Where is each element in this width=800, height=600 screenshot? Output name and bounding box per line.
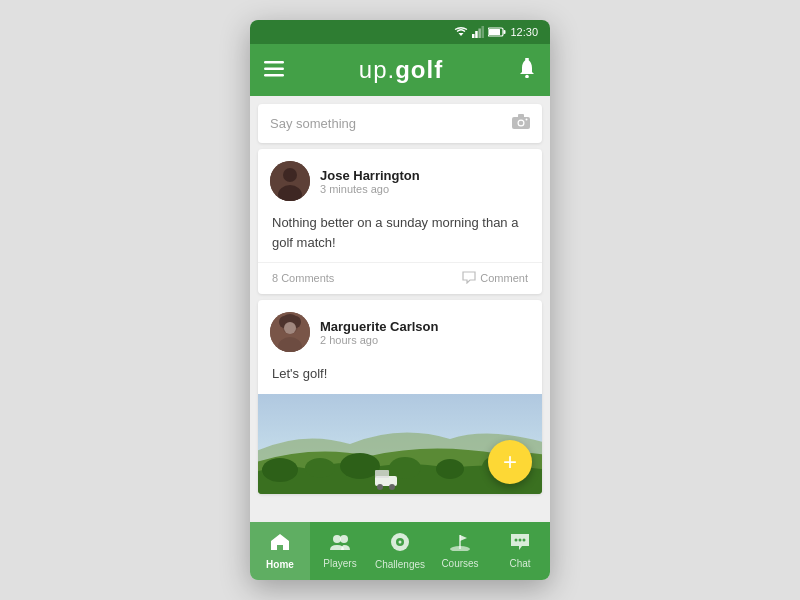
svg-point-31 bbox=[340, 453, 380, 479]
post-user-info: Jose Harrington 3 minutes ago bbox=[320, 168, 420, 195]
golf-image: + bbox=[258, 394, 542, 494]
courses-icon bbox=[449, 533, 471, 556]
svg-rect-3 bbox=[479, 29, 482, 39]
post-header-2: Marguerite Carlson 2 hours ago bbox=[258, 300, 542, 360]
svg-marker-0 bbox=[459, 33, 464, 36]
status-bar: 12:30 bbox=[250, 20, 550, 44]
svg-rect-1 bbox=[472, 34, 475, 38]
chat-svg-icon bbox=[510, 533, 530, 551]
players-icon bbox=[329, 533, 351, 556]
svg-point-39 bbox=[333, 535, 341, 543]
challenges-icon bbox=[390, 532, 410, 557]
players-svg-icon bbox=[329, 533, 351, 551]
user-avatar-2-svg bbox=[270, 312, 310, 352]
content-area: Say something bbox=[250, 96, 550, 522]
notification-bell-icon bbox=[518, 58, 536, 78]
comment-icon bbox=[462, 271, 476, 284]
svg-point-36 bbox=[377, 484, 383, 490]
nav-item-courses[interactable]: Courses bbox=[430, 522, 490, 580]
nav-label-chat: Chat bbox=[509, 558, 530, 569]
nav-item-chat[interactable]: Chat bbox=[490, 522, 550, 580]
comment-button[interactable]: Comment bbox=[462, 271, 528, 284]
home-svg-icon bbox=[270, 532, 290, 552]
svg-point-48 bbox=[519, 539, 522, 542]
svg-rect-12 bbox=[525, 58, 529, 60]
post-input-bar[interactable]: Say something bbox=[258, 104, 542, 143]
logo-bold: golf bbox=[395, 56, 443, 83]
svg-point-40 bbox=[340, 535, 348, 543]
user-avatar-svg bbox=[270, 161, 310, 201]
bell-icon[interactable] bbox=[518, 58, 536, 83]
post-body-2: Let's golf! bbox=[258, 360, 542, 394]
svg-point-30 bbox=[305, 458, 335, 478]
signal-icon bbox=[472, 26, 484, 38]
fab-button[interactable]: + bbox=[488, 440, 532, 484]
post-time-2: 2 hours ago bbox=[320, 334, 438, 346]
challenges-svg-icon bbox=[390, 532, 410, 552]
comments-count[interactable]: 8 Comments bbox=[272, 272, 334, 284]
courses-svg-icon bbox=[449, 533, 471, 551]
svg-rect-10 bbox=[264, 74, 284, 77]
post-body: Nothing better on a sunday morning than … bbox=[258, 209, 542, 262]
nav-label-players: Players bbox=[323, 558, 356, 569]
svg-marker-45 bbox=[460, 535, 467, 541]
status-time: 12:30 bbox=[510, 26, 538, 38]
post-username-2: Marguerite Carlson bbox=[320, 319, 438, 334]
avatar bbox=[270, 161, 310, 201]
nav-item-challenges[interactable]: Challenges bbox=[370, 522, 430, 580]
nav-item-players[interactable]: Players bbox=[310, 522, 370, 580]
svg-point-46 bbox=[450, 546, 470, 551]
chat-icon bbox=[510, 533, 530, 556]
svg-point-33 bbox=[436, 459, 464, 479]
wifi-icon bbox=[454, 26, 468, 38]
svg-point-29 bbox=[262, 458, 298, 482]
svg-point-49 bbox=[523, 539, 526, 542]
svg-point-19 bbox=[283, 168, 297, 182]
svg-point-26 bbox=[284, 322, 296, 334]
avatar-2 bbox=[270, 312, 310, 352]
bottom-nav: Home Players Challenges bbox=[250, 522, 550, 580]
svg-point-11 bbox=[525, 74, 529, 77]
svg-rect-4 bbox=[482, 26, 485, 38]
post-header: Jose Harrington 3 minutes ago bbox=[258, 149, 542, 209]
post-user-info-2: Marguerite Carlson 2 hours ago bbox=[320, 319, 438, 346]
nav-label-courses: Courses bbox=[441, 558, 478, 569]
svg-point-37 bbox=[389, 484, 395, 490]
post-time: 3 minutes ago bbox=[320, 183, 420, 195]
comment-label: Comment bbox=[480, 272, 528, 284]
nav-label-home: Home bbox=[266, 559, 294, 570]
battery-icon bbox=[488, 27, 506, 37]
post-footer: 8 Comments Comment bbox=[258, 262, 542, 294]
menu-icon[interactable] bbox=[264, 59, 284, 82]
svg-rect-7 bbox=[489, 29, 500, 35]
svg-point-32 bbox=[389, 457, 421, 479]
nav-label-challenges: Challenges bbox=[375, 559, 425, 570]
home-icon bbox=[270, 532, 290, 557]
status-icons: 12:30 bbox=[454, 26, 538, 38]
post-card-2: Marguerite Carlson 2 hours ago Let's gol… bbox=[258, 300, 542, 494]
camera-icon[interactable] bbox=[512, 114, 530, 133]
svg-point-15 bbox=[519, 121, 524, 126]
phone-frame: 12:30 up.golf Say something bbox=[250, 20, 550, 580]
svg-rect-9 bbox=[264, 67, 284, 70]
svg-point-47 bbox=[515, 539, 518, 542]
post-card: Jose Harrington 3 minutes ago Nothing be… bbox=[258, 149, 542, 294]
svg-rect-8 bbox=[264, 61, 284, 64]
app-logo: up.golf bbox=[359, 56, 443, 84]
app-header: up.golf bbox=[250, 44, 550, 96]
camera-svg-icon bbox=[512, 114, 530, 129]
svg-point-43 bbox=[399, 541, 402, 544]
post-username: Jose Harrington bbox=[320, 168, 420, 183]
hamburger-icon bbox=[264, 61, 284, 77]
nav-item-home[interactable]: Home bbox=[250, 522, 310, 580]
svg-point-17 bbox=[526, 119, 528, 121]
post-placeholder: Say something bbox=[270, 116, 512, 131]
svg-rect-38 bbox=[375, 470, 389, 478]
svg-rect-6 bbox=[504, 30, 506, 34]
svg-rect-16 bbox=[518, 114, 524, 118]
svg-rect-2 bbox=[476, 31, 479, 38]
